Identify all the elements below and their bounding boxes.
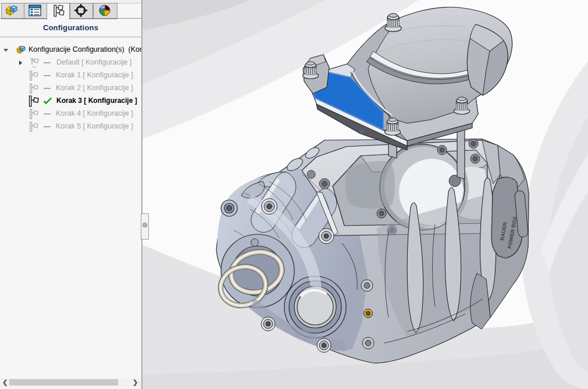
svg-text:...: ... xyxy=(32,63,37,69)
